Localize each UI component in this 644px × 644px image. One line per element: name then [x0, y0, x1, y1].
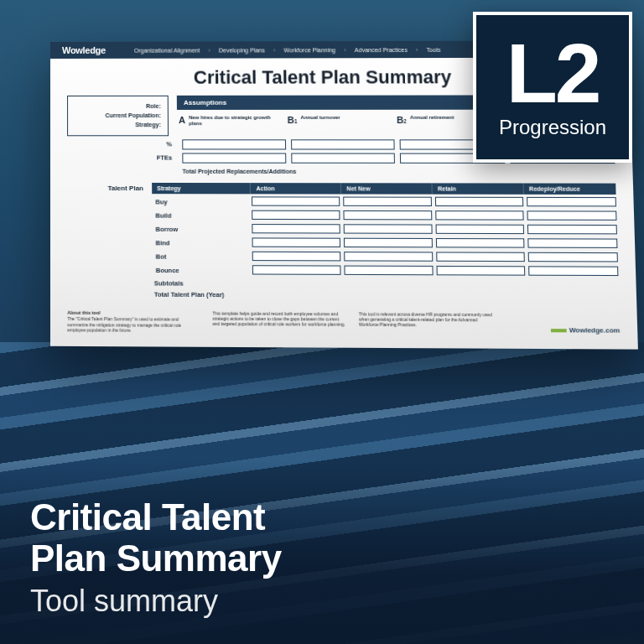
input-cell[interactable]	[528, 252, 618, 262]
assumption-a: A New hires due to strategic growth plan…	[179, 115, 283, 126]
input-cell[interactable]	[344, 252, 433, 262]
column-header: Redeploy/Reduce	[524, 183, 616, 194]
input-cell[interactable]	[182, 139, 285, 149]
column-header: Retain	[433, 183, 524, 194]
card-caption: Critical Talent Plan Summary Tool summar…	[30, 497, 282, 619]
row-label-ftes: FTEs	[67, 154, 177, 162]
footer-brand: Wowledge.com	[506, 326, 621, 335]
input-cell[interactable]	[291, 139, 395, 149]
input-cell[interactable]	[252, 265, 340, 275]
table-row: Borrow	[152, 223, 617, 236]
input-cell[interactable]	[434, 196, 523, 205]
footer-col-2: This template helps guide and record bot…	[212, 310, 346, 334]
assumption-label: Annual retirement	[410, 115, 454, 121]
input-cell[interactable]	[435, 224, 524, 234]
table-row: Buy	[152, 196, 616, 208]
strategy-name: Borrow	[152, 223, 248, 235]
input-cell[interactable]	[436, 265, 525, 275]
input-cell[interactable]	[252, 210, 340, 219]
assumption-b1: B1 Annual turnover	[288, 115, 392, 126]
input-cell[interactable]	[344, 237, 433, 247]
caption-title: Critical Talent Plan Summary	[30, 497, 282, 579]
input-cell[interactable]	[252, 196, 340, 205]
assumption-label: Annual turnover	[300, 115, 340, 121]
document-footer: About this tool The "Critical Talent Pla…	[50, 298, 637, 335]
strategy-name: Bot	[153, 251, 249, 262]
table-row: Bind	[152, 237, 617, 250]
subtotals-label: Subtotals	[153, 279, 619, 288]
input-cell[interactable]	[252, 237, 340, 247]
level-badge: L2 Progression	[473, 12, 632, 163]
table-row: Bounce	[153, 264, 619, 277]
input-cell[interactable]	[343, 224, 432, 234]
breadcrumb-item: Workforce Planning	[283, 47, 335, 53]
talent-plan-side-label: Talent Plan	[67, 182, 144, 298]
footer-col-about: About this tool The "Critical Talent Pla…	[67, 309, 200, 333]
strategy-name: Bind	[152, 237, 248, 249]
role-label-role: Role:	[75, 101, 161, 111]
breadcrumb-item: Developing Plans	[219, 47, 265, 53]
assumption-code: B1	[288, 115, 298, 125]
footer-text: This template helps guide and record bot…	[212, 310, 345, 327]
caption-subtitle: Tool summary	[30, 584, 282, 619]
row-label-percent: %	[67, 140, 177, 148]
role-box: Role: Current Population: Strategy:	[67, 96, 169, 136]
talent-plan-table: Strategy Action Net New Retain Redeploy/…	[152, 183, 619, 300]
input-cell[interactable]	[182, 153, 285, 163]
role-label-strategy: Strategy:	[75, 120, 161, 129]
footer-heading: About this tool	[67, 309, 200, 316]
table-row: Bot	[153, 251, 618, 263]
input-cell[interactable]	[343, 196, 432, 205]
assumption-code: A	[179, 115, 185, 125]
input-cell[interactable]	[435, 210, 524, 221]
input-cell[interactable]	[527, 196, 616, 205]
role-label-population: Current Population:	[75, 111, 161, 120]
input-cell[interactable]	[291, 153, 395, 163]
promo-card: Wowledge Organizational Alignment› Devel…	[0, 0, 644, 644]
footer-text: This tool is relevant across diverse HR …	[359, 311, 492, 327]
strategy-name: Build	[152, 210, 248, 221]
column-header: Action	[251, 183, 341, 194]
brand-accent-bar	[551, 329, 567, 332]
input-cell[interactable]	[527, 224, 617, 234]
assumption-code: B2	[397, 115, 407, 125]
column-header: Net New	[341, 183, 433, 194]
level-code: L2	[506, 35, 600, 111]
level-label: Progression	[499, 116, 606, 139]
input-cell[interactable]	[344, 265, 433, 275]
assumption-label: New hires due to strategic growth plans	[189, 115, 283, 126]
breadcrumb-item: Organizational Alignment	[134, 47, 200, 53]
input-cell[interactable]	[252, 251, 340, 261]
input-cell[interactable]	[436, 252, 525, 262]
talent-plan-header-row: Strategy Action Net New Retain Redeploy/…	[152, 183, 615, 195]
input-cell[interactable]	[435, 238, 524, 248]
breadcrumb-item: Advanced Practices	[355, 47, 408, 53]
input-cell[interactable]	[343, 210, 432, 219]
input-cell[interactable]	[528, 238, 618, 248]
input-cell[interactable]	[527, 210, 617, 221]
column-header: Strategy	[152, 183, 251, 194]
breadcrumb-item: Tools	[427, 46, 441, 52]
input-cell[interactable]	[252, 224, 340, 234]
strategy-name: Bounce	[153, 264, 249, 276]
footer-col-3: This tool is relevant across diverse HR …	[359, 311, 495, 335]
projected-total-label: Total Projected Replacements/Additions	[182, 168, 615, 174]
input-cell[interactable]	[528, 266, 618, 276]
brand-logo: Wowledge	[62, 45, 106, 55]
footer-text: The "Critical Talent Plan Summary" is us…	[67, 316, 181, 332]
talent-plan-section: Talent Plan Strategy Action Net New Reta…	[67, 182, 619, 299]
table-row: Build	[152, 210, 616, 221]
strategy-name: Buy	[152, 196, 248, 207]
